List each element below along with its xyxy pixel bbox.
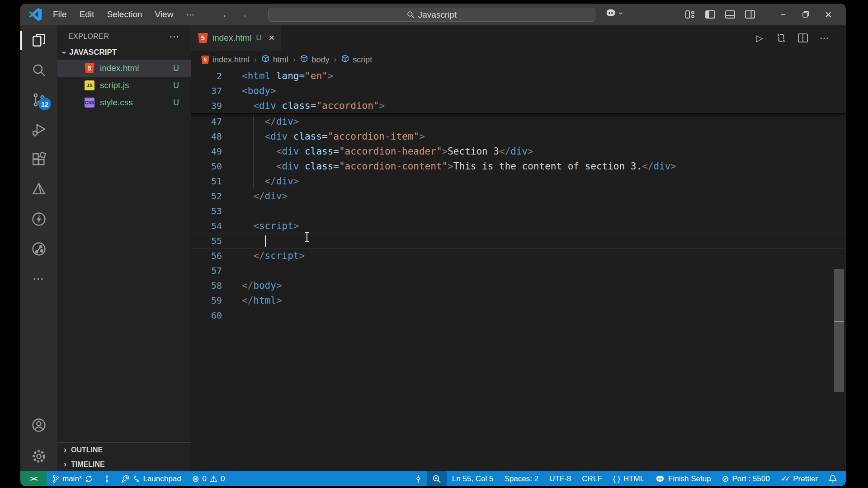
problems-item[interactable]: ⊗ 0 ⚠ 0 bbox=[187, 471, 231, 486]
breadcrumb-item-script[interactable]: script bbox=[341, 54, 372, 65]
split-editor-icon[interactable] bbox=[797, 32, 809, 44]
code-line-37[interactable]: 37 <body> bbox=[191, 84, 846, 99]
git-actions-item[interactable] bbox=[98, 471, 116, 486]
live-server-port-item[interactable]: ⊘ Port : 5500 bbox=[717, 471, 775, 486]
search-sidebar-icon[interactable] bbox=[20, 55, 57, 85]
close-window-button[interactable]: × bbox=[819, 4, 838, 25]
file-row-style-css[interactable]: CSS style.css U bbox=[57, 94, 191, 111]
toggle-panel-icon[interactable] bbox=[722, 7, 738, 22]
line-content: <div class="accordion"> bbox=[242, 99, 385, 113]
line-number: 37 bbox=[191, 84, 222, 99]
indentation-item[interactable]: Spaces: 2 bbox=[499, 471, 544, 486]
timeline-panel-header[interactable]: › TIMELINE bbox=[57, 457, 191, 471]
sticky-scroll[interactable]: 2 <html lang="en"> 37 <body> 39 <div cla… bbox=[191, 69, 846, 114]
run-debug-icon[interactable] bbox=[20, 115, 57, 145]
breadcrumb-item-html[interactable]: html bbox=[261, 54, 288, 65]
launchpad-item[interactable]: Launchpad bbox=[116, 471, 186, 486]
notifications-item[interactable] bbox=[823, 471, 842, 486]
scrollbar-cursor-marker bbox=[834, 321, 844, 322]
formatter-item[interactable]: ✓✓ Prettier bbox=[775, 471, 823, 486]
code-line-39[interactable]: 39 <div class="accordion"> bbox=[191, 99, 846, 113]
tab-close-icon[interactable]: × bbox=[269, 32, 274, 44]
code-line-48[interactable]: 48 <div class="accordion-item"> bbox=[191, 129, 846, 144]
accounts-icon[interactable] bbox=[20, 412, 57, 441]
sync-icon[interactable] bbox=[85, 475, 93, 483]
file-type-icon: JS bbox=[85, 80, 94, 90]
zoom-indicator-item[interactable] bbox=[427, 471, 447, 486]
symbol-cube-icon bbox=[261, 54, 270, 65]
code-line-2[interactable]: 2 <html lang="en"> bbox=[191, 69, 846, 84]
code-line-56[interactable]: 56 </script> bbox=[191, 249, 846, 263]
source-control-icon[interactable]: 12 bbox=[20, 85, 57, 115]
history-back-icon[interactable]: ← bbox=[222, 9, 231, 20]
more-views-icon[interactable]: ⋯ bbox=[20, 264, 57, 294]
line-content: <html lang="en"> bbox=[242, 69, 333, 84]
menu-selection[interactable]: Selection bbox=[100, 8, 148, 21]
explorer-more-actions-icon[interactable]: ⋯ bbox=[169, 31, 180, 42]
settings-gear-icon[interactable] bbox=[20, 441, 57, 471]
file-row-index-html[interactable]: 5 index.html U bbox=[57, 60, 191, 77]
editor-scrollbar[interactable] bbox=[834, 269, 844, 392]
git-branch-item[interactable]: main* bbox=[47, 471, 98, 486]
code-line-50[interactable]: 50 <div class="accordion-content">This i… bbox=[191, 159, 846, 174]
code-line-52[interactable]: 52 </div> bbox=[191, 189, 846, 204]
chevron-down-icon: › bbox=[616, 12, 626, 14]
folder-row-javascript[interactable]: › JAVASCRIPT bbox=[57, 45, 191, 60]
code-line-49[interactable]: 49 <div class="accordion-header">Section… bbox=[191, 144, 846, 159]
formatter-label: Prettier bbox=[793, 474, 818, 483]
thunder-client-icon[interactable] bbox=[20, 204, 57, 234]
menu-edit[interactable]: Edit bbox=[73, 8, 101, 21]
toggle-primary-sidebar-icon[interactable] bbox=[702, 7, 718, 22]
cursor-position-item[interactable]: Ln 55, Col 5 bbox=[447, 471, 499, 486]
port-forward-item[interactable] bbox=[410, 471, 427, 486]
remote-indicator[interactable]: >< bbox=[20, 471, 47, 486]
editor-more-actions-icon[interactable]: ⋯ bbox=[819, 32, 830, 44]
open-changes-icon[interactable] bbox=[775, 32, 787, 44]
command-center-search[interactable]: Javascript bbox=[268, 8, 595, 22]
prism-extension-icon[interactable] bbox=[20, 174, 57, 204]
restore-button[interactable] bbox=[796, 4, 815, 25]
folder-name: JAVASCRIPT bbox=[69, 48, 117, 57]
code-line-58[interactable]: 58 </body> bbox=[191, 278, 846, 293]
line-number: 50 bbox=[191, 159, 222, 174]
outline-panel-header[interactable]: › OUTLINE bbox=[57, 442, 191, 457]
braces-icon: { } bbox=[613, 474, 620, 483]
code-line-60[interactable]: 60 bbox=[191, 308, 846, 323]
menu-file[interactable]: File bbox=[47, 8, 73, 21]
launchpad-label: Launchpad bbox=[143, 474, 181, 483]
chevron-right-icon: › bbox=[64, 445, 66, 455]
breadcrumb-item-index-html[interactable]: 5 index.html bbox=[201, 55, 250, 65]
language-mode-item[interactable]: { } HTML bbox=[608, 471, 650, 486]
copilot-status-item[interactable]: Finish Setup bbox=[650, 471, 717, 486]
code-line-53[interactable]: 53 bbox=[191, 204, 846, 219]
tab-index-html[interactable]: 5 index.html U × bbox=[191, 25, 281, 51]
code-line-54[interactable]: 54 <script> bbox=[191, 219, 846, 234]
git-graph-icon[interactable] bbox=[20, 234, 57, 264]
menu-more-icon[interactable]: ⋯ bbox=[179, 8, 201, 22]
indentation: Spaces: 2 bbox=[505, 474, 539, 483]
code-line-57[interactable]: 57 bbox=[191, 263, 846, 278]
encoding-item[interactable]: UTF-8 bbox=[544, 471, 576, 486]
file-list: 5 index.html U JS script.js U CSS style.… bbox=[57, 60, 191, 111]
line-number: 54 bbox=[191, 219, 222, 234]
minimize-button[interactable]: − bbox=[774, 4, 793, 25]
code-line-51[interactable]: 51 </div> bbox=[191, 174, 846, 189]
code-line-59[interactable]: 59 </html> bbox=[191, 293, 846, 308]
code-area[interactable]: 2 <html lang="en"> 37 <body> 39 <div cla… bbox=[191, 69, 846, 471]
status-bar: >< main* bbox=[20, 471, 846, 486]
copilot-menu[interactable]: › bbox=[605, 8, 622, 18]
extensions-icon[interactable] bbox=[20, 145, 57, 174]
run-file-icon[interactable]: ▷ bbox=[754, 32, 765, 44]
toggle-secondary-sidebar-icon[interactable] bbox=[742, 7, 758, 22]
eol-item[interactable]: CRLF bbox=[576, 471, 607, 486]
breadcrumb-separator-icon: › bbox=[254, 55, 257, 64]
code-line-55[interactable]: 55 bbox=[191, 234, 846, 249]
explorer-icon[interactable] bbox=[20, 25, 57, 55]
history-forward-icon[interactable]: → bbox=[238, 9, 248, 20]
menu-view[interactable]: View bbox=[149, 8, 180, 21]
code-line-47[interactable]: 47 </div> bbox=[191, 114, 846, 129]
file-row-script-js[interactable]: JS script.js U bbox=[57, 77, 191, 94]
chevron-down-icon: › bbox=[60, 51, 69, 54]
breadcrumb-item-body[interactable]: body bbox=[300, 54, 329, 65]
customize-layout-icon[interactable] bbox=[682, 7, 698, 22]
